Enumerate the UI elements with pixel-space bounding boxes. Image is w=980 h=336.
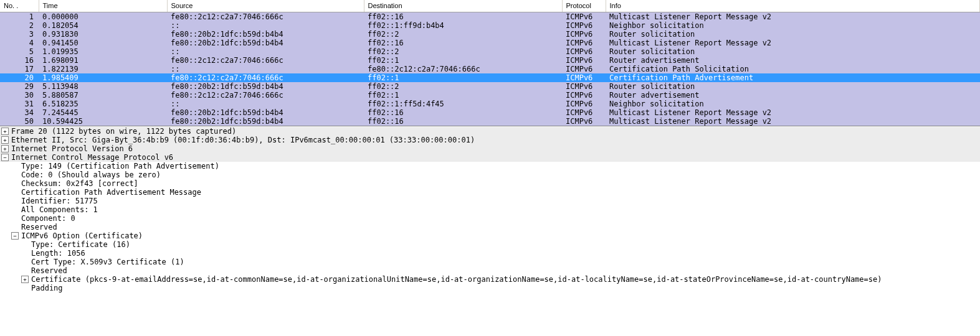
tree-indent	[21, 241, 31, 248]
tree-indent	[1, 215, 11, 222]
detail-row[interactable]: Component: 0	[0, 214, 980, 223]
cell-no: 31	[0, 100, 39, 108]
cell-proto: ICMPv6	[562, 12, 606, 22]
collapse-icon[interactable]: −	[1, 154, 9, 161]
packet-row[interactable]: 295.113948fe80::20b2:1dfc:b59d:b4b4ff02:…	[0, 82, 980, 91]
cell-src: ::	[167, 100, 364, 108]
packet-row[interactable]: 305.880587fe80::2c12:c2a7:7046:666cff02:…	[0, 91, 980, 100]
expand-icon[interactable]: +	[1, 145, 9, 152]
tree-indent	[1, 180, 11, 187]
detail-row-icmpv6-option[interactable]: − ICMPv6 Option (Certificate)	[0, 231, 980, 240]
cell-src: ::	[167, 65, 364, 73]
expand-icon[interactable]: +	[21, 276, 29, 283]
detail-row[interactable]: Checksum: 0x2f43 [correct]	[0, 179, 980, 188]
detail-row[interactable]: All Components: 1	[0, 205, 980, 214]
detail-text: Internet Protocol Version 6	[11, 144, 133, 153]
cell-no: 3	[0, 30, 39, 39]
cell-src: fe80::20b2:1dfc:b59d:b4b4	[167, 117, 364, 126]
cell-dst: ff02::1	[364, 56, 562, 65]
detail-text: ICMPv6 Option (Certificate)	[21, 231, 143, 240]
expand-icon[interactable]: +	[1, 128, 9, 135]
cell-no: 17	[0, 65, 39, 73]
tree-indent	[11, 163, 21, 169]
detail-text: Frame 20 (1122 bytes on wire, 1122 bytes…	[11, 127, 236, 136]
tree-indent	[1, 250, 11, 256]
tree-indent	[11, 189, 21, 195]
col-header-dst[interactable]: Destination	[364, 0, 562, 12]
detail-row[interactable]: Identifier: 51775	[0, 197, 980, 205]
packet-row[interactable]: 20.182054::ff02::1:ff9d:b4b4ICMPv6Neighb…	[0, 21, 980, 30]
detail-text: Length: 1056	[31, 249, 85, 258]
cell-info: Certification Path Solicitation	[606, 65, 980, 73]
packet-row[interactable]: 316.518235::ff02::1:ff5d:4f45ICMPv6Neigh…	[0, 100, 980, 108]
tree-indent	[1, 241, 11, 248]
cell-info: Multicast Listener Report Message v2	[606, 108, 980, 117]
cell-no: 1	[0, 12, 39, 22]
cell-dst: ff02::1:ff9d:b4b4	[364, 21, 562, 30]
cell-info: Multicast Listener Report Message v2	[606, 39, 980, 47]
packet-row[interactable]: 347.245445fe80::20b2:1dfc:b59d:b4b4ff02:…	[0, 108, 980, 117]
cell-time: 10.594425	[39, 117, 167, 126]
packet-row[interactable]: 5010.594425fe80::20b2:1dfc:b59d:b4b4ff02…	[0, 117, 980, 126]
col-header-info[interactable]: Info	[606, 0, 980, 12]
collapse-icon[interactable]: −	[11, 232, 19, 240]
col-header-time[interactable]: Time	[39, 0, 167, 12]
cell-no: 5	[0, 47, 39, 56]
tree-indent	[1, 224, 11, 230]
packet-list-table[interactable]: No. . Time Source Destination Protocol I…	[0, 0, 980, 126]
cell-proto: ICMPv6	[562, 30, 606, 39]
tree-indent	[11, 250, 21, 256]
packet-row[interactable]: 40.941450fe80::20b2:1dfc:b59d:b4b4ff02::…	[0, 39, 980, 47]
packet-row[interactable]: 30.931830fe80::20b2:1dfc:b59d:b4b4ff02::…	[0, 30, 980, 39]
col-header-no[interactable]: No. .	[0, 0, 39, 12]
tree-indent	[11, 259, 21, 265]
cell-proto: ICMPv6	[562, 73, 606, 82]
packet-details-pane[interactable]: + Frame 20 (1122 bytes on wire, 1122 byt…	[0, 126, 980, 292]
col-header-src[interactable]: Source	[167, 0, 364, 12]
packet-row[interactable]: 51.019935::ff02::2ICMPv6Router solicitat…	[0, 47, 980, 56]
detail-row[interactable]: Cert Type: X.509v3 Certificate (1)	[0, 258, 980, 266]
cell-src: fe80::2c12:c2a7:7046:666c	[167, 56, 364, 65]
cell-proto: ICMPv6	[562, 82, 606, 91]
cell-time: 1.985409	[39, 73, 167, 82]
detail-row[interactable]: Type: Certificate (16)	[0, 240, 980, 249]
cell-info: Multicast Listener Report Message v2	[606, 12, 980, 22]
detail-row[interactable]: Padding	[0, 284, 980, 292]
tree-indent	[11, 180, 21, 187]
cell-dst: ff02::2	[364, 30, 562, 39]
detail-row-ethernet[interactable]: + Ethernet II, Src: Giga-Byt_36:4b:b9 (0…	[0, 136, 980, 144]
tree-indent	[11, 224, 21, 230]
tree-indent	[1, 172, 11, 178]
detail-row[interactable]: Reserved	[0, 223, 980, 231]
detail-row[interactable]: Certification Path Advertisement Message	[0, 188, 980, 197]
expand-icon[interactable]: +	[1, 136, 9, 144]
cell-no: 50	[0, 117, 39, 126]
column-header-row[interactable]: No. . Time Source Destination Protocol I…	[0, 0, 980, 12]
detail-row[interactable]: Length: 1056	[0, 249, 980, 258]
detail-row[interactable]: Reserved	[0, 266, 980, 275]
tree-indent	[11, 285, 21, 291]
packet-row[interactable]: 171.822139::fe80::2c12:c2a7:7046:666cICM…	[0, 65, 980, 73]
cell-src: ::	[167, 47, 364, 56]
tree-indent	[1, 207, 11, 213]
packet-row[interactable]: 161.698091fe80::2c12:c2a7:7046:666cff02:…	[0, 56, 980, 65]
detail-row-icmpv6[interactable]: − Internet Control Message Protocol v6	[0, 153, 980, 162]
cell-src: fe80::2c12:c2a7:7046:666c	[167, 73, 364, 82]
detail-text: Internet Control Message Protocol v6	[11, 153, 173, 162]
cell-dst: fe80::2c12:c2a7:7046:666c	[364, 65, 562, 73]
packet-row[interactable]: 201.985409fe80::2c12:c2a7:7046:666cff02:…	[0, 73, 980, 82]
cell-dst: ff02::16	[364, 117, 562, 126]
cell-src: fe80::2c12:c2a7:7046:666c	[167, 12, 364, 22]
cell-dst: ff02::1:ff5d:4f45	[364, 100, 562, 108]
detail-row-frame[interactable]: + Frame 20 (1122 bytes on wire, 1122 byt…	[0, 127, 980, 136]
detail-row[interactable]: Type: 149 (Certification Path Advertisem…	[0, 162, 980, 170]
detail-row-certificate[interactable]: + Certificate (pkcs-9-at-emailAddress=se…	[0, 275, 980, 284]
detail-row[interactable]: Code: 0 (Should always be zero)	[0, 170, 980, 179]
cell-no: 29	[0, 82, 39, 91]
tree-indent	[1, 285, 11, 291]
col-header-proto[interactable]: Protocol	[562, 0, 606, 12]
tree-indent	[11, 215, 21, 222]
detail-text: Component: 0	[21, 214, 75, 223]
packet-row[interactable]: 10.000000fe80::2c12:c2a7:7046:666cff02::…	[0, 12, 980, 22]
detail-row-ipv6[interactable]: + Internet Protocol Version 6	[0, 144, 980, 153]
